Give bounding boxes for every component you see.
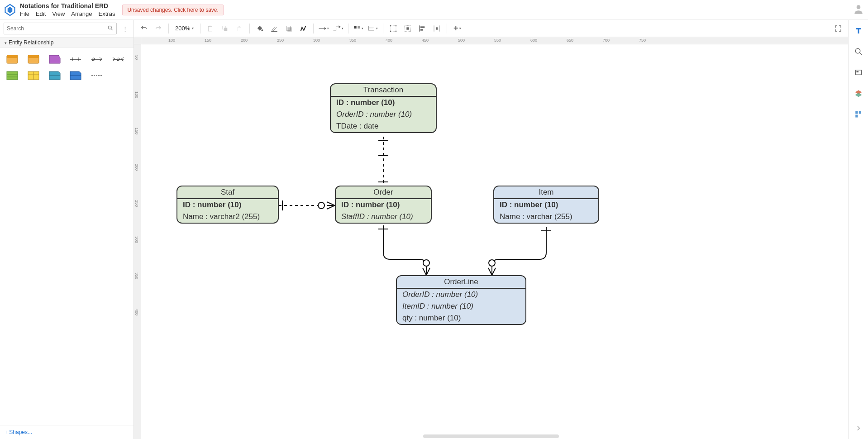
svg-point-0 <box>857 5 861 9</box>
menu-file[interactable]: File <box>20 10 29 17</box>
menu-extras[interactable]: Extras <box>99 10 115 17</box>
document-title[interactable]: Notations for Traditional ERD <box>20 2 115 10</box>
menu-arrange[interactable]: Arrange <box>71 10 92 17</box>
title-block: Notations for Traditional ERD File Edit … <box>20 2 115 17</box>
app-logo[interactable] <box>4 4 16 16</box>
header: Notations for Traditional ERD File Edit … <box>0 0 868 20</box>
menu-edit[interactable]: Edit <box>36 10 46 17</box>
user-icon[interactable] <box>853 3 864 16</box>
save-notice[interactable]: Unsaved changes. Click here to save. <box>122 5 223 15</box>
menu-bar: File Edit View Arrange Extras <box>20 10 115 17</box>
menu-view[interactable]: View <box>52 10 65 17</box>
